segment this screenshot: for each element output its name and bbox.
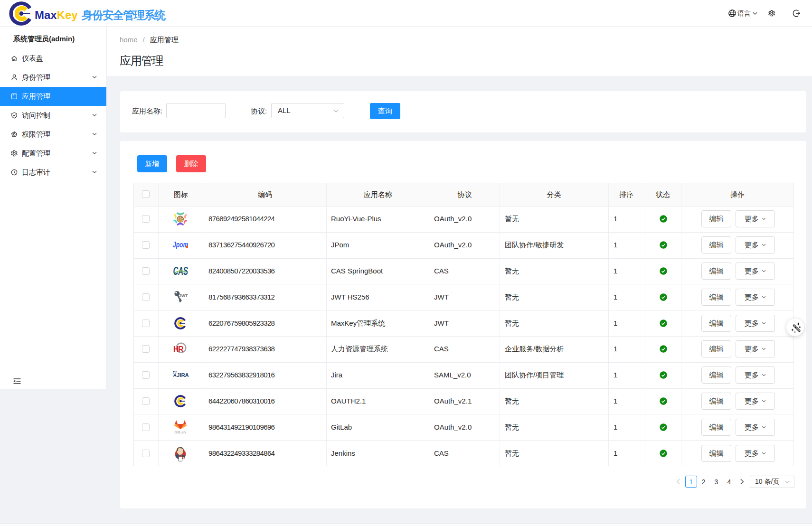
svg-text:GitLab: GitLab — [174, 430, 186, 434]
svg-text:HR: HR — [173, 345, 183, 353]
svg-text:JWT: JWT — [179, 293, 188, 298]
svg-text:JIRA: JIRA — [177, 372, 189, 378]
svg-text:Jpom: Jpom — [173, 241, 188, 249]
